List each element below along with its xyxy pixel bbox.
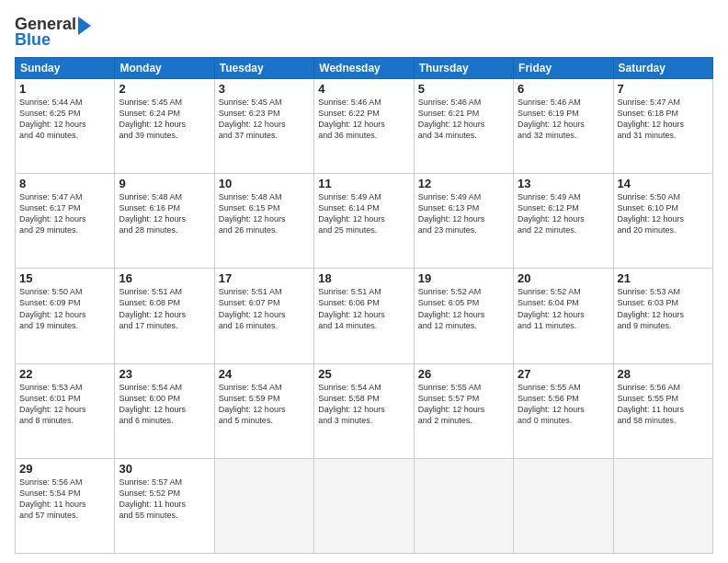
day-number: 16 [119,271,210,285]
day-number: 15 [19,271,110,285]
day-number: 10 [219,177,310,190]
cell-info: Sunrise: 5:46 AMSunset: 6:21 PMDaylight:… [418,97,509,142]
day-number: 22 [19,367,110,381]
cell-info: Sunrise: 5:44 AMSunset: 6:25 PMDaylight:… [19,97,110,142]
cell-info: Sunrise: 5:54 AMSunset: 5:59 PMDaylight:… [219,382,310,427]
cell-info: Sunrise: 5:51 AMSunset: 6:08 PMDaylight:… [119,286,210,331]
calendar-cell: 27Sunrise: 5:55 AMSunset: 5:56 PMDayligh… [514,363,613,458]
calendar-cell: 3Sunrise: 5:45 AMSunset: 6:23 PMDaylight… [214,78,313,173]
weekday-header-thursday: Thursday [414,57,513,78]
calendar-week-1: 1Sunrise: 5:44 AMSunset: 6:25 PMDaylight… [16,78,713,173]
calendar-cell: 21Sunrise: 5:53 AMSunset: 6:03 PMDayligh… [613,269,712,363]
day-number: 25 [318,367,409,381]
day-number: 21 [618,271,709,285]
calendar-week-4: 22Sunrise: 5:53 AMSunset: 6:01 PMDayligh… [16,363,713,458]
calendar-cell: 20Sunrise: 5:52 AMSunset: 6:04 PMDayligh… [514,269,613,363]
calendar-week-3: 15Sunrise: 5:50 AMSunset: 6:09 PMDayligh… [16,269,713,363]
cell-info: Sunrise: 5:47 AMSunset: 6:18 PMDaylight:… [618,97,709,142]
day-number: 27 [518,367,609,381]
cell-info: Sunrise: 5:49 AMSunset: 6:13 PMDaylight:… [418,191,509,236]
calendar-cell: 10Sunrise: 5:48 AMSunset: 6:15 PMDayligh… [214,174,313,269]
weekday-row: SundayMondayTuesdayWednesdayThursdayFrid… [16,57,713,78]
day-number: 4 [318,82,409,96]
calendar-cell: 6Sunrise: 5:46 AMSunset: 6:19 PMDaylight… [514,78,613,173]
cell-info: Sunrise: 5:54 AMSunset: 5:58 PMDaylight:… [318,382,409,427]
calendar-body: 1Sunrise: 5:44 AMSunset: 6:25 PMDaylight… [16,78,713,553]
cell-info: Sunrise: 5:51 AMSunset: 6:06 PMDaylight:… [318,286,409,331]
cell-info: Sunrise: 5:52 AMSunset: 6:04 PMDaylight:… [518,286,609,331]
day-number: 12 [418,177,509,190]
calendar-week-2: 8Sunrise: 5:47 AMSunset: 6:17 PMDaylight… [16,174,713,269]
calendar-cell [613,458,712,553]
calendar-table: SundayMondayTuesdayWednesdayThursdayFrid… [15,57,713,554]
day-number: 28 [618,367,709,381]
cell-info: Sunrise: 5:55 AMSunset: 5:56 PMDaylight:… [518,382,609,427]
cell-info: Sunrise: 5:49 AMSunset: 6:12 PMDaylight:… [518,191,609,236]
cell-info: Sunrise: 5:46 AMSunset: 6:19 PMDaylight:… [518,97,609,142]
calendar-cell: 1Sunrise: 5:44 AMSunset: 6:25 PMDaylight… [16,78,115,173]
day-number: 26 [418,367,509,381]
calendar-cell: 18Sunrise: 5:51 AMSunset: 6:06 PMDayligh… [314,269,414,363]
day-number: 14 [618,177,709,190]
weekday-header-friday: Friday [514,57,613,78]
cell-info: Sunrise: 5:50 AMSunset: 6:09 PMDaylight:… [19,286,110,331]
calendar-cell: 23Sunrise: 5:54 AMSunset: 6:00 PMDayligh… [115,363,214,458]
day-number: 13 [518,177,609,190]
calendar-cell: 12Sunrise: 5:49 AMSunset: 6:13 PMDayligh… [414,174,513,269]
calendar-cell: 15Sunrise: 5:50 AMSunset: 6:09 PMDayligh… [16,269,115,363]
day-number: 2 [119,82,210,96]
day-number: 23 [119,367,210,381]
day-number: 30 [119,462,210,476]
day-number: 9 [119,177,210,190]
calendar-cell: 16Sunrise: 5:51 AMSunset: 6:08 PMDayligh… [115,269,214,363]
calendar-cell: 28Sunrise: 5:56 AMSunset: 5:55 PMDayligh… [613,363,712,458]
cell-info: Sunrise: 5:54 AMSunset: 6:00 PMDaylight:… [119,382,210,427]
weekday-header-monday: Monday [115,57,214,78]
day-number: 1 [19,82,110,96]
cell-info: Sunrise: 5:48 AMSunset: 6:16 PMDaylight:… [119,191,210,236]
day-number: 17 [219,271,310,285]
calendar-cell [214,458,313,553]
calendar-cell: 24Sunrise: 5:54 AMSunset: 5:59 PMDayligh… [214,363,313,458]
header: General Blue [15,15,713,50]
logo-arrow-icon [78,17,91,35]
cell-info: Sunrise: 5:49 AMSunset: 6:14 PMDaylight:… [318,191,409,236]
calendar-cell: 22Sunrise: 5:53 AMSunset: 6:01 PMDayligh… [16,363,115,458]
day-number: 19 [418,271,509,285]
calendar-cell: 17Sunrise: 5:51 AMSunset: 6:07 PMDayligh… [214,269,313,363]
cell-info: Sunrise: 5:57 AMSunset: 5:52 PMDaylight:… [119,477,210,522]
calendar-cell: 4Sunrise: 5:46 AMSunset: 6:22 PMDaylight… [314,78,414,173]
calendar-cell: 26Sunrise: 5:55 AMSunset: 5:57 PMDayligh… [414,363,513,458]
calendar-cell [514,458,613,553]
weekday-header-tuesday: Tuesday [214,57,313,78]
calendar-cell: 9Sunrise: 5:48 AMSunset: 6:16 PMDaylight… [115,174,214,269]
calendar-cell: 2Sunrise: 5:45 AMSunset: 6:24 PMDaylight… [115,78,214,173]
day-number: 3 [219,82,310,96]
calendar-cell: 29Sunrise: 5:56 AMSunset: 5:54 PMDayligh… [16,458,115,553]
cell-info: Sunrise: 5:51 AMSunset: 6:07 PMDaylight:… [219,286,310,331]
cell-info: Sunrise: 5:50 AMSunset: 6:10 PMDaylight:… [618,191,709,236]
calendar-week-5: 29Sunrise: 5:56 AMSunset: 5:54 PMDayligh… [16,458,713,553]
day-number: 6 [518,82,609,96]
logo: General Blue [15,15,91,50]
cell-info: Sunrise: 5:48 AMSunset: 6:15 PMDaylight:… [219,191,310,236]
calendar-cell [414,458,513,553]
cell-info: Sunrise: 5:56 AMSunset: 5:54 PMDaylight:… [19,477,110,522]
cell-info: Sunrise: 5:52 AMSunset: 6:05 PMDaylight:… [418,286,509,331]
calendar-cell: 11Sunrise: 5:49 AMSunset: 6:14 PMDayligh… [314,174,414,269]
weekday-header-sunday: Sunday [16,57,115,78]
cell-info: Sunrise: 5:47 AMSunset: 6:17 PMDaylight:… [19,191,110,236]
calendar-cell: 8Sunrise: 5:47 AMSunset: 6:17 PMDaylight… [16,174,115,269]
cell-info: Sunrise: 5:56 AMSunset: 5:55 PMDaylight:… [618,382,709,427]
day-number: 8 [19,177,110,190]
cell-info: Sunrise: 5:53 AMSunset: 6:03 PMDaylight:… [618,286,709,331]
calendar-cell [314,458,414,553]
calendar-cell: 14Sunrise: 5:50 AMSunset: 6:10 PMDayligh… [613,174,712,269]
cell-info: Sunrise: 5:55 AMSunset: 5:57 PMDaylight:… [418,382,509,427]
cell-info: Sunrise: 5:45 AMSunset: 6:24 PMDaylight:… [119,97,210,142]
weekday-header-wednesday: Wednesday [314,57,414,78]
cell-info: Sunrise: 5:53 AMSunset: 6:01 PMDaylight:… [19,382,110,427]
calendar-cell: 30Sunrise: 5:57 AMSunset: 5:52 PMDayligh… [115,458,214,553]
day-number: 20 [518,271,609,285]
day-number: 7 [618,82,709,96]
